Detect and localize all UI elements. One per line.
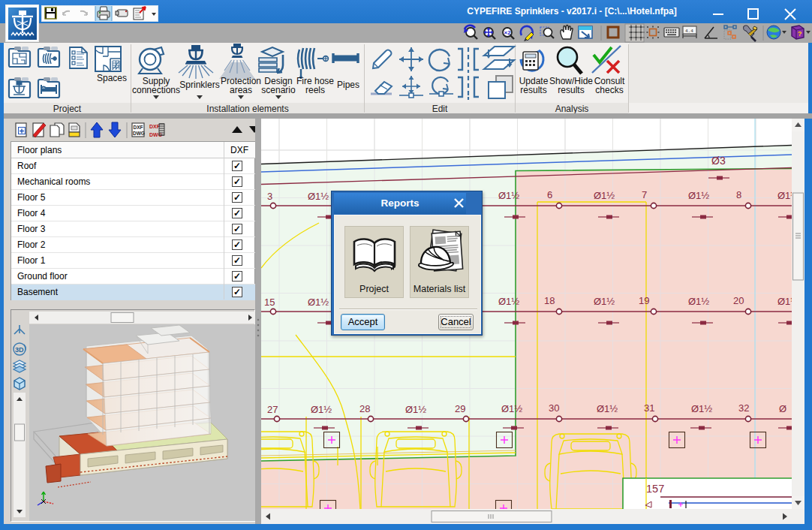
- svg-text:Ø1½: Ø1½: [498, 296, 519, 307]
- svg-text:Ø1½: Ø1½: [311, 404, 332, 415]
- svg-text:Ø1½: Ø1½: [597, 403, 618, 414]
- svg-text:Ø1½: Ø1½: [777, 190, 792, 201]
- svg-text:Ø1½: Ø1½: [498, 190, 519, 201]
- svg-text:6: 6: [547, 189, 552, 200]
- svg-text:×2: ×2: [504, 29, 512, 36]
- svg-text:Ø1½: Ø1½: [688, 190, 709, 201]
- svg-text:Ø1½: Ø1½: [308, 297, 329, 308]
- svg-text:20: 20: [733, 295, 744, 306]
- svg-text:15: 15: [264, 297, 275, 308]
- svg-text:Ø1½: Ø1½: [777, 296, 792, 307]
- svg-text:7: 7: [642, 189, 647, 200]
- svg-text:Ø1½: Ø1½: [691, 403, 712, 414]
- svg-text:29: 29: [455, 403, 465, 414]
- svg-text:Ø1½: Ø1½: [308, 191, 329, 202]
- svg-text:DWG: DWG: [133, 131, 145, 136]
- svg-text:Ø: Ø: [779, 403, 786, 414]
- svg-text:19: 19: [639, 295, 649, 306]
- svg-text:Ø1½: Ø1½: [501, 403, 522, 414]
- svg-text:Ø1½: Ø1½: [594, 190, 615, 201]
- svg-text:8: 8: [736, 189, 741, 200]
- svg-text:4.4: 4.4: [685, 29, 693, 34]
- svg-text:?: ?: [798, 30, 802, 38]
- svg-text:Ø3: Ø3: [711, 155, 726, 167]
- svg-text:DXF: DXF: [134, 125, 143, 130]
- svg-text:32: 32: [738, 402, 749, 414]
- svg-text:Ø1½: Ø1½: [688, 296, 709, 307]
- svg-text:31: 31: [644, 402, 654, 414]
- svg-text:28: 28: [359, 403, 370, 414]
- svg-text:27: 27: [267, 404, 278, 415]
- svg-text:3D: 3D: [15, 346, 24, 354]
- svg-text:157: 157: [646, 483, 664, 495]
- svg-text:18: 18: [544, 295, 555, 306]
- svg-text:30: 30: [549, 402, 559, 414]
- svg-text:Ø1½: Ø1½: [405, 404, 426, 415]
- svg-text:3: 3: [267, 191, 272, 202]
- svg-text:Ø1½: Ø1½: [594, 296, 615, 307]
